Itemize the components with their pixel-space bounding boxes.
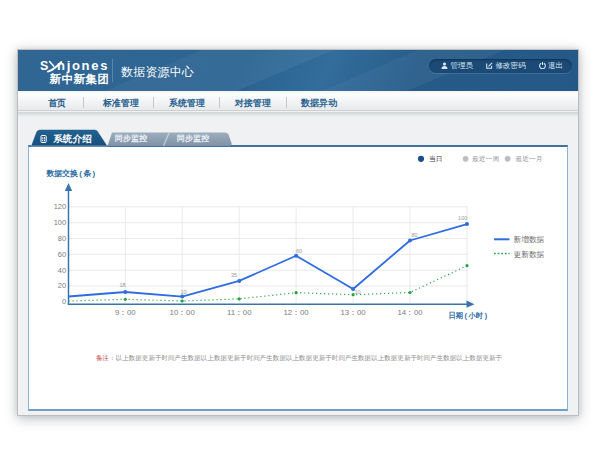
svg-text:40: 40 — [58, 266, 66, 275]
svg-text:20: 20 — [58, 281, 66, 290]
svg-text:数据交换(条): 数据交换(条) — [46, 169, 96, 178]
svg-text:80: 80 — [58, 234, 66, 243]
svg-text:日期(小时): 日期(小时) — [449, 311, 488, 320]
svg-text:9：00: 9：00 — [115, 308, 136, 317]
svg-text:100: 100 — [54, 218, 66, 227]
svg-text:18: 18 — [119, 282, 125, 288]
svg-text:80: 80 — [411, 232, 417, 238]
svg-text:12：00: 12：00 — [284, 308, 310, 317]
svg-text:10: 10 — [180, 289, 186, 295]
svg-text:10: 10 — [354, 289, 360, 295]
svg-text:35: 35 — [231, 272, 237, 278]
svg-text:13：00: 13：00 — [341, 308, 367, 317]
svg-text:120: 120 — [54, 202, 66, 211]
svg-text:新增数据: 新增数据 — [514, 235, 545, 244]
svg-text:11：00: 11：00 — [227, 308, 252, 317]
svg-text:60: 60 — [296, 248, 302, 254]
svg-text:最近一月: 最近一月 — [515, 155, 543, 163]
svg-text:0: 0 — [62, 297, 66, 306]
svg-text:最近一周: 最近一周 — [471, 155, 499, 162]
svg-text:60: 60 — [58, 250, 66, 259]
svg-text:14：00: 14：00 — [397, 308, 423, 317]
svg-text:更新数据: 更新数据 — [514, 250, 545, 259]
svg-text:10：00: 10：00 — [170, 308, 196, 317]
svg-text:当日: 当日 — [429, 155, 443, 163]
svg-text:100: 100 — [458, 215, 467, 221]
